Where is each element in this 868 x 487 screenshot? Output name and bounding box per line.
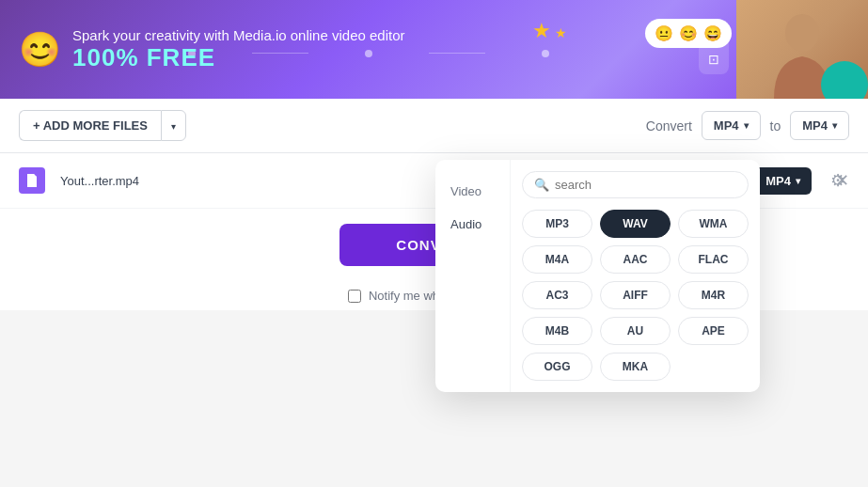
format-m4r[interactable]: M4R — [678, 281, 749, 309]
chevron-down-icon: ▾ — [832, 120, 837, 131]
svg-rect-3 — [29, 181, 35, 182]
format-aac[interactable]: AAC — [600, 245, 671, 274]
search-icon: 🔍 — [534, 178, 549, 192]
svg-point-0 — [785, 14, 819, 52]
chevron-down-icon: ▾ — [744, 120, 749, 131]
star-icon: ★ — [532, 19, 551, 42]
format-flac[interactable]: FLAC — [678, 245, 749, 274]
emoji-laugh: 😄 — [703, 24, 722, 42]
format-search-box: 🔍 — [522, 171, 749, 198]
emoji-faces: 😐 😊 😄 — [645, 19, 732, 48]
sidebar-item-audio[interactable]: Audio — [435, 208, 510, 241]
add-files-dropdown-button[interactable]: ▾ — [161, 110, 186, 141]
format-dropdown-panel: Video Audio 🔍 MP3 WAV WMA M4A AAC FLAC A… — [435, 160, 760, 392]
format-from-label: MP4 — [714, 118, 739, 133]
notify-checkbox[interactable] — [348, 290, 361, 303]
file-format-button[interactable]: MP4 ▾ — [754, 167, 812, 195]
toolbar-left: + ADD MORE FILES ▾ — [19, 110, 186, 141]
banner: 😊 Spark your creativity with Media.io on… — [0, 0, 868, 99]
crop-icon: ⊡ — [708, 52, 719, 67]
remove-file-button[interactable]: ✕ — [835, 170, 849, 191]
dropdown-sidebar: Video Audio — [435, 160, 511, 392]
chevron-down-icon: ▾ — [171, 121, 176, 132]
format-ogg[interactable]: OGG — [522, 353, 592, 381]
sidebar-item-video[interactable]: Video — [435, 175, 510, 208]
format-search-input[interactable] — [555, 178, 736, 192]
toolbar-right: Convert MP4 ▾ to MP4 ▾ — [646, 111, 849, 140]
format-ape[interactable]: APE — [678, 317, 749, 345]
convert-label: CONV — [396, 237, 440, 253]
format-ac3[interactable]: AC3 — [522, 281, 592, 309]
banner-right: 😐 😊 😄 ✂ ⊡ — [699, 0, 868, 99]
format-m4b[interactable]: M4B — [522, 317, 592, 345]
format-aiff[interactable]: AIFF — [600, 281, 671, 309]
dropdown-main: 🔍 MP3 WAV WMA M4A AAC FLAC AC3 AIFF M4R … — [511, 160, 760, 392]
file-format-label: MP4 — [765, 174, 791, 188]
format-m4a[interactable]: M4A — [522, 245, 592, 274]
format-wav[interactable]: WAV — [600, 210, 671, 238]
toolbar: + ADD MORE FILES ▾ Convert MP4 ▾ to MP4 … — [0, 99, 868, 153]
to-label: to — [770, 118, 781, 134]
close-icon: ✕ — [835, 171, 849, 190]
format-to-label: MP4 — [802, 118, 828, 133]
format-grid: MP3 WAV WMA M4A AAC FLAC AC3 AIFF M4R M4… — [522, 210, 749, 381]
banner-free: 100% FREE — [72, 43, 405, 72]
banner-stars: ★ ★ — [532, 19, 567, 43]
format-au[interactable]: AU — [600, 317, 671, 345]
format-mp3[interactable]: MP3 — [522, 210, 592, 238]
banner-tagline: Spark your creativity with Media.io onli… — [72, 27, 405, 43]
format-from-button[interactable]: MP4 ▾ — [702, 111, 761, 140]
convert-label: Convert — [646, 118, 692, 134]
file-type-icon — [19, 167, 45, 194]
emoji-smile: 😊 — [679, 24, 698, 42]
banner-text: Spark your creativity with Media.io onli… — [72, 27, 405, 72]
banner-emoji: 😊 — [19, 30, 61, 70]
format-wma[interactable]: WMA — [678, 210, 749, 238]
format-mka[interactable]: MKA — [600, 353, 671, 381]
format-to-button[interactable]: MP4 ▾ — [790, 111, 849, 140]
emoji-neutral: 😐 — [655, 24, 673, 42]
chevron-down-icon: ▾ — [796, 176, 800, 186]
star-small-icon: ★ — [555, 25, 567, 40]
add-files-button[interactable]: + ADD MORE FILES — [19, 110, 161, 141]
svg-rect-2 — [29, 180, 35, 181]
